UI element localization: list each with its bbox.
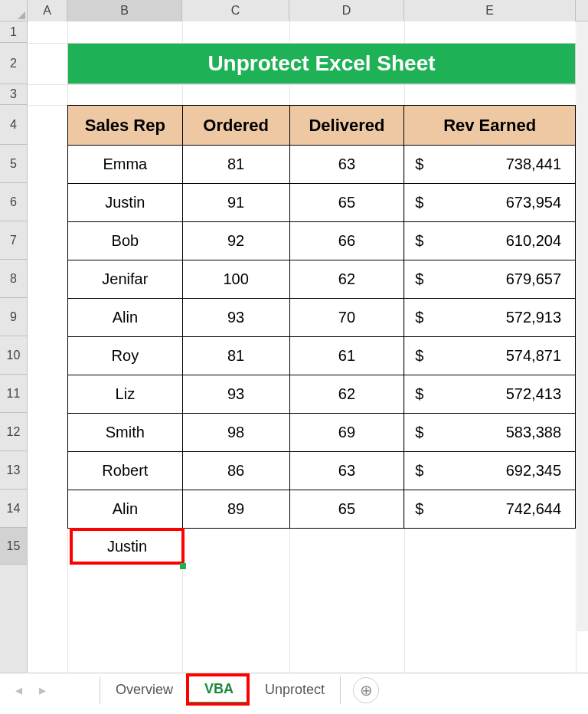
- cell-delivered[interactable]: 66: [289, 222, 404, 260]
- cell-delivered[interactable]: 62: [289, 260, 404, 299]
- header-ordered[interactable]: Ordered: [182, 106, 289, 146]
- cell-sales-rep[interactable]: Alin: [68, 299, 183, 337]
- tab-overview[interactable]: Overview: [100, 676, 189, 704]
- cell-rev-earned[interactable]: $610,204: [404, 222, 576, 260]
- spreadsheet-grid[interactable]: A B C D E 1 2 3 4 5 6 7 8 9 10 11 12 13 …: [0, 0, 588, 673]
- cell-delivered[interactable]: 65: [289, 184, 404, 222]
- currency-symbol: $: [415, 309, 423, 326]
- cell-area[interactable]: Unprotect Excel Sheet Sales Rep Ordered …: [28, 21, 588, 673]
- cell-sales-rep[interactable]: Alin: [68, 490, 183, 529]
- col-header-E[interactable]: E: [404, 0, 576, 21]
- table-row: Smith9869$583,388: [68, 414, 576, 452]
- cell-sales-rep[interactable]: Emma: [68, 146, 183, 184]
- row-header-8[interactable]: 8: [0, 260, 27, 298]
- cell-rev-earned[interactable]: $572,913: [404, 299, 576, 337]
- select-all-corner[interactable]: [0, 0, 28, 21]
- cell-ordered[interactable]: 100: [182, 260, 289, 299]
- cell-rev-earned[interactable]: $679,657: [404, 260, 576, 299]
- currency-symbol: $: [415, 347, 423, 365]
- row-header-14[interactable]: 14: [0, 490, 27, 528]
- new-sheet-button[interactable]: ⊕: [353, 677, 379, 703]
- row-header-5[interactable]: 5: [0, 145, 27, 183]
- cell-sales-rep[interactable]: Justin: [68, 184, 183, 222]
- cell-rev-earned[interactable]: $692,345: [404, 452, 576, 490]
- rev-amount: 572,413: [506, 385, 561, 403]
- header-sales-rep[interactable]: Sales Rep: [68, 106, 183, 146]
- row-header-2[interactable]: 2: [0, 43, 27, 84]
- row-header-15[interactable]: 15: [0, 528, 27, 565]
- table-row: Alin9370$572,913: [68, 299, 576, 337]
- row-header-column: 1 2 3 4 5 6 7 8 9 10 11 12 13 14 15: [0, 21, 28, 673]
- currency-symbol: $: [415, 232, 423, 250]
- cell-delivered[interactable]: 62: [289, 375, 404, 414]
- cell-sales-rep[interactable]: Jenifar: [68, 260, 183, 299]
- cell-ordered[interactable]: 98: [182, 414, 289, 452]
- fill-handle[interactable]: [180, 563, 186, 569]
- rev-amount: 610,204: [506, 232, 561, 250]
- cell-rev-earned[interactable]: $572,413: [404, 375, 576, 414]
- row-header-1[interactable]: 1: [0, 21, 27, 43]
- tab-vba[interactable]: VBA: [189, 676, 250, 704]
- row-header-10[interactable]: 10: [0, 336, 27, 375]
- cell-ordered[interactable]: 93: [182, 375, 289, 414]
- cell-delivered[interactable]: 63: [289, 146, 404, 184]
- cell-sales-rep[interactable]: Smith: [68, 414, 183, 452]
- cell-delivered[interactable]: 65: [289, 490, 404, 529]
- col-header-B[interactable]: B: [67, 0, 182, 21]
- cell-sales-rep[interactable]: Robert: [68, 452, 183, 490]
- table-row: Emma8163$738,441: [68, 146, 576, 184]
- col-header-A[interactable]: A: [28, 0, 67, 21]
- vertical-scrollbar[interactable]: [577, 21, 588, 631]
- currency-symbol: $: [415, 500, 423, 518]
- row-header-3[interactable]: 3: [0, 84, 27, 105]
- cell-ordered[interactable]: 81: [182, 146, 289, 184]
- row-header-4[interactable]: 4: [0, 105, 27, 145]
- table-row: Bob9266$610,204: [68, 222, 576, 260]
- row-header-12[interactable]: 12: [0, 413, 27, 451]
- row-header-6[interactable]: 6: [0, 183, 27, 221]
- cell-ordered[interactable]: 81: [182, 337, 289, 375]
- currency-symbol: $: [415, 385, 423, 403]
- tab-unprotect[interactable]: Unprotect: [250, 676, 341, 704]
- cell-ordered[interactable]: 91: [182, 184, 289, 222]
- col-header-D[interactable]: D: [289, 0, 404, 21]
- cell-ordered[interactable]: 92: [182, 222, 289, 260]
- row-header-13[interactable]: 13: [0, 451, 27, 490]
- cell-sales-rep[interactable]: Roy: [68, 337, 183, 375]
- cell-delivered[interactable]: 61: [289, 337, 404, 375]
- cell-ordered[interactable]: 86: [182, 452, 289, 490]
- rev-amount: 574,871: [506, 347, 561, 365]
- sheet-tab-bar: ◂ ▸ Overview VBA Unprotect ⊕: [0, 673, 588, 706]
- sheet-nav-buttons: ◂ ▸: [0, 682, 100, 699]
- cell-rev-earned[interactable]: $673,954: [404, 184, 576, 222]
- col-header-C[interactable]: C: [182, 0, 289, 21]
- cell-delivered[interactable]: 69: [289, 414, 404, 452]
- rev-amount: 738,441: [506, 156, 561, 173]
- table-row: Alin8965$742,644: [68, 490, 576, 529]
- cell-delivered[interactable]: 63: [289, 452, 404, 490]
- cell-delivered[interactable]: 70: [289, 299, 404, 337]
- cell-ordered[interactable]: 93: [182, 299, 289, 337]
- table-row: Justin9165$673,954: [68, 184, 576, 222]
- row-header-7[interactable]: 7: [0, 221, 27, 260]
- rev-amount: 572,913: [506, 309, 561, 326]
- rev-amount: 673,954: [506, 194, 561, 211]
- rev-amount: 679,657: [506, 270, 561, 288]
- sheet-nav-next-icon[interactable]: ▸: [39, 682, 46, 699]
- row-header-9[interactable]: 9: [0, 298, 27, 336]
- cell-b15[interactable]: Justin: [70, 528, 185, 565]
- cell-sales-rep[interactable]: Bob: [68, 222, 183, 260]
- header-rev-earned[interactable]: Rev Earned: [404, 106, 576, 146]
- title-cell[interactable]: Unprotect Excel Sheet: [67, 43, 576, 84]
- table-row: Roy8161$574,871: [68, 337, 576, 375]
- cell-rev-earned[interactable]: $583,388: [404, 414, 576, 452]
- table-row: Jenifar10062$679,657: [68, 260, 576, 299]
- sheet-nav-prev-icon[interactable]: ◂: [15, 682, 22, 699]
- header-delivered[interactable]: Delivered: [289, 106, 404, 146]
- cell-rev-earned[interactable]: $574,871: [404, 337, 576, 375]
- cell-rev-earned[interactable]: $742,644: [404, 490, 576, 529]
- cell-sales-rep[interactable]: Liz: [68, 375, 183, 414]
- row-header-11[interactable]: 11: [0, 375, 27, 413]
- cell-rev-earned[interactable]: $738,441: [404, 146, 576, 184]
- cell-ordered[interactable]: 89: [182, 490, 289, 529]
